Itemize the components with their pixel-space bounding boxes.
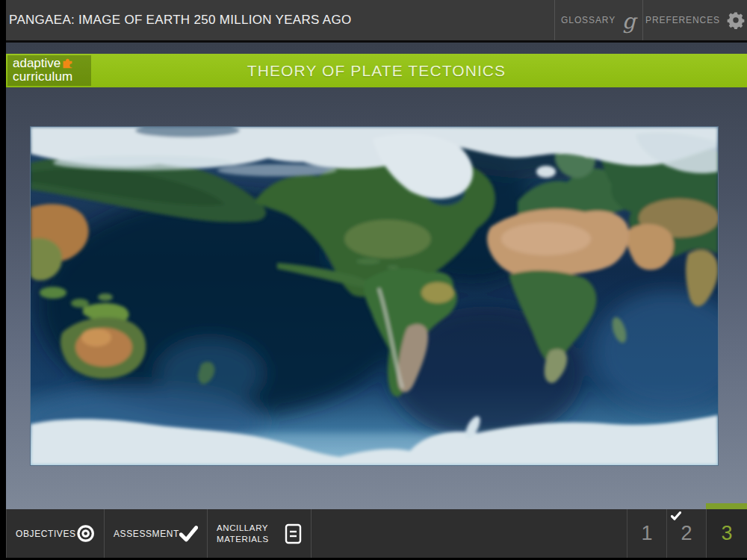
page-title: PANGAEA: IMAGE OF EARTH 250 MILLION YEAR… <box>6 13 554 28</box>
glossary-label: GLOSSARY <box>561 15 616 25</box>
world-map-image <box>30 126 719 466</box>
checkmark-icon <box>179 525 198 542</box>
objectives-button[interactable]: OBJECTIVES <box>6 509 105 558</box>
top-bar: PANGAEA: IMAGE OF EARTH 250 MILLION YEAR… <box>6 0 747 43</box>
ancillary-materials-button[interactable]: ANCILLARY MATERIALS <box>208 509 311 558</box>
active-page-indicator <box>706 503 747 509</box>
page-2-number: 2 <box>681 522 692 545</box>
logo-text-adaptive: adaptive <box>13 57 61 70</box>
assessment-label: ASSESSMENT <box>114 529 179 539</box>
page-3-button[interactable]: 3 <box>706 509 747 558</box>
logo-text-curriculum: curriculum <box>13 70 91 83</box>
content-stage: adaptive curriculum THEORY OF PLATE TECT… <box>6 43 747 509</box>
preferences-button[interactable]: PREFERENCES <box>642 0 747 40</box>
lesson-header: adaptive curriculum THEORY OF PLATE TECT… <box>6 54 747 87</box>
lesson-title: THEORY OF PLATE TECTONICS <box>247 62 506 80</box>
top-bar-actions: GLOSSARY g PREFERENCES <box>554 0 747 40</box>
page-3-number: 3 <box>721 522 732 545</box>
ancillary-materials-label: ANCILLARY MATERIALS <box>217 523 270 545</box>
gear-icon <box>727 11 745 29</box>
glossary-button[interactable]: GLOSSARY g <box>554 0 642 40</box>
page-2-button[interactable]: 2 <box>666 509 706 558</box>
objectives-label: OBJECTIVES <box>16 529 76 539</box>
adaptive-curriculum-logo: adaptive curriculum <box>7 55 91 86</box>
bottom-bar-spacer <box>311 509 627 558</box>
page-navigation: 1 2 3 <box>627 509 747 558</box>
bottom-bar: OBJECTIVES ASSESSMENT ANCILLARY MATERIAL… <box>6 509 747 558</box>
assessment-button[interactable]: ASSESSMENT <box>105 509 208 558</box>
glossary-g-icon: g <box>622 13 636 30</box>
puzzle-icon <box>61 56 74 69</box>
page-1-button[interactable]: 1 <box>627 509 666 558</box>
target-icon <box>76 523 95 544</box>
preferences-label: PREFERENCES <box>645 15 720 25</box>
page-1-number: 1 <box>641 522 652 545</box>
document-icon <box>285 523 302 544</box>
completed-check-icon <box>671 511 681 520</box>
